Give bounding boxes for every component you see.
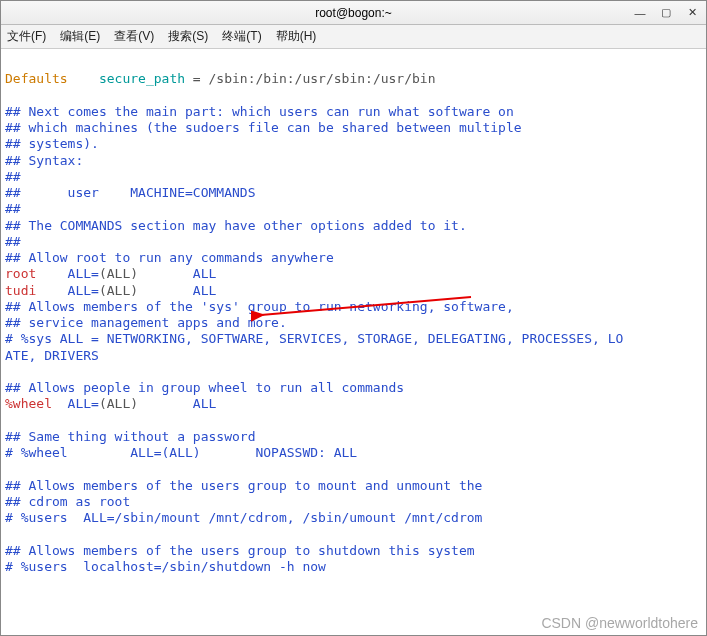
- comment-line: ## user MACHINE=COMMANDS: [5, 185, 255, 200]
- window-controls: — ▢ ✕: [632, 1, 700, 24]
- comment-line: ## Same thing without a password: [5, 429, 255, 444]
- minimize-button[interactable]: —: [632, 5, 648, 21]
- wheel-spec: ALL=: [52, 396, 99, 411]
- comment-line: ## systems).: [5, 136, 99, 151]
- comment-line: # %users localhost=/sbin/shutdown -h now: [5, 559, 326, 574]
- terminal-content[interactable]: Defaults secure_path = /sbin:/bin:/usr/s…: [1, 49, 706, 635]
- wheel-paren: (ALL): [99, 396, 138, 411]
- wheel-spec-tail: ALL: [138, 396, 216, 411]
- window-title: root@bogon:~: [315, 6, 392, 20]
- wheel-group: %wheel: [5, 396, 52, 411]
- root-spec: ALL=: [36, 266, 99, 281]
- tudi-paren: (ALL): [99, 283, 138, 298]
- comment-line: ##: [5, 169, 21, 184]
- root-user: root: [5, 266, 36, 281]
- comment-line: # %wheel ALL=(ALL) NOPASSWD: ALL: [5, 445, 357, 460]
- tudi-user: tudi: [5, 283, 36, 298]
- menu-terminal[interactable]: 终端(T): [222, 28, 261, 45]
- terminal-text: Defaults secure_path = /sbin:/bin:/usr/s…: [5, 71, 702, 575]
- secure-path-keyword: secure_path: [99, 71, 185, 86]
- menu-bar: 文件(F) 编辑(E) 查看(V) 搜索(S) 终端(T) 帮助(H): [1, 25, 706, 49]
- comment-line: ## Allows members of the users group to …: [5, 478, 482, 493]
- secure-path-value: /sbin:/bin:/usr/sbin:/usr/bin: [209, 71, 436, 86]
- comment-line: ##: [5, 201, 21, 216]
- root-paren: (ALL): [99, 266, 138, 281]
- comment-line: ## The COMMANDS section may have other o…: [5, 218, 467, 233]
- maximize-button[interactable]: ▢: [658, 5, 674, 21]
- comment-line: ## Syntax:: [5, 153, 83, 168]
- comment-line: ##: [5, 234, 21, 249]
- comment-line: # %users ALL=/sbin/mount /mnt/cdrom, /sb…: [5, 510, 482, 525]
- menu-help[interactable]: 帮助(H): [276, 28, 317, 45]
- menu-edit[interactable]: 编辑(E): [60, 28, 100, 45]
- comment-line: ## cdrom as root: [5, 494, 130, 509]
- comment-line: ## which machines (the sudoers file can …: [5, 120, 522, 135]
- tudi-spec: ALL=: [36, 283, 99, 298]
- comment-line: ## Next comes the main part: which users…: [5, 104, 514, 119]
- comment-line: ATE, DRIVERS: [5, 348, 99, 363]
- close-button[interactable]: ✕: [684, 5, 700, 21]
- comment-line: ## service management apps and more.: [5, 315, 287, 330]
- menu-file[interactable]: 文件(F): [7, 28, 46, 45]
- menu-search[interactable]: 搜索(S): [168, 28, 208, 45]
- title-bar: root@bogon:~ — ▢ ✕: [1, 1, 706, 25]
- tudi-spec-tail: ALL: [138, 283, 216, 298]
- comment-line: ## Allows people in group wheel to run a…: [5, 380, 404, 395]
- defaults-keyword: Defaults: [5, 71, 68, 86]
- comment-line: ## Allows members of the 'sys' group to …: [5, 299, 514, 314]
- comment-line: # %sys ALL = NETWORKING, SOFTWARE, SERVI…: [5, 331, 623, 346]
- equals-sign: =: [185, 71, 208, 86]
- root-spec-tail: ALL: [138, 266, 216, 281]
- comment-line: ## Allows members of the users group to …: [5, 543, 475, 558]
- comment-line: ## Allow root to run any commands anywhe…: [5, 250, 334, 265]
- menu-view[interactable]: 查看(V): [114, 28, 154, 45]
